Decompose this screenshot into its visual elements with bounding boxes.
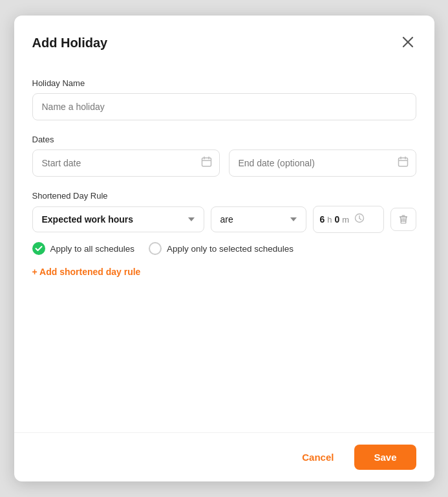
holiday-name-group: Holiday Name xyxy=(32,78,416,120)
start-date-wrap xyxy=(32,149,220,177)
dates-label: Dates xyxy=(32,135,416,144)
condition-dropdown-value: Expected work hours xyxy=(42,214,134,225)
time-input[interactable]: 6 h 0 m xyxy=(313,206,384,233)
apply-selected-option[interactable]: Apply only to selected schedules xyxy=(149,242,293,255)
end-date-input[interactable] xyxy=(229,149,416,177)
dates-row xyxy=(32,149,416,177)
shortened-day-rule-label: Shortened Day Rule xyxy=(32,191,416,201)
apply-selected-label: Apply only to selected schedules xyxy=(167,244,293,254)
delete-rule-button[interactable] xyxy=(390,208,416,231)
modal-title: Add Holiday xyxy=(32,36,108,50)
apply-selected-radio-icon xyxy=(149,242,162,255)
svg-rect-15 xyxy=(404,218,405,222)
cancel-button[interactable]: Cancel xyxy=(290,445,345,469)
minutes-unit: m xyxy=(342,215,349,225)
svg-line-12 xyxy=(359,219,361,220)
save-button[interactable]: Save xyxy=(354,445,416,470)
operator-dropdown-value: are xyxy=(220,214,233,225)
close-icon xyxy=(402,36,414,48)
minutes-value: 0 xyxy=(335,214,340,225)
hours-unit: h xyxy=(327,215,332,225)
holiday-name-input[interactable] xyxy=(32,93,416,120)
add-shortened-day-rule-button[interactable]: + Add shortened day rule xyxy=(32,267,141,277)
apply-all-checked-icon xyxy=(32,242,45,255)
condition-dropdown[interactable]: Expected work hours xyxy=(32,206,204,232)
dates-group: Dates xyxy=(32,135,416,177)
apply-all-option[interactable]: Apply to all schedules xyxy=(32,242,135,255)
modal-footer: Cancel Save xyxy=(14,432,434,481)
svg-rect-13 xyxy=(401,218,402,222)
svg-rect-17 xyxy=(401,215,405,216)
start-date-input[interactable] xyxy=(32,149,220,177)
shortened-day-rule-group: Shortened Day Rule Expected work hours a… xyxy=(32,191,416,277)
hours-value: 6 xyxy=(320,214,325,225)
modal-header: Add Holiday xyxy=(14,16,434,65)
save-label: Save xyxy=(374,452,396,463)
operator-dropdown[interactable]: are xyxy=(211,206,306,232)
rule-row: Expected work hours are 6 h 0 m xyxy=(32,206,416,233)
holiday-name-label: Holiday Name xyxy=(32,78,416,88)
trash-icon xyxy=(398,214,409,225)
clock-icon xyxy=(354,213,365,226)
cancel-label: Cancel xyxy=(302,452,334,463)
end-date-wrap xyxy=(229,149,416,177)
modal-body: Holiday Name Dates xyxy=(14,65,434,432)
close-button[interactable] xyxy=(400,34,416,52)
schedule-radio-group: Apply to all schedules Apply only to sel… xyxy=(32,242,416,255)
add-rule-label: + Add shortened day rule xyxy=(32,267,141,277)
svg-rect-14 xyxy=(403,218,403,222)
add-holiday-modal: Add Holiday Holiday Name Dates xyxy=(14,16,434,481)
condition-chevron-icon xyxy=(188,217,195,221)
apply-all-label: Apply to all schedules xyxy=(50,244,135,254)
operator-chevron-icon xyxy=(290,217,297,221)
